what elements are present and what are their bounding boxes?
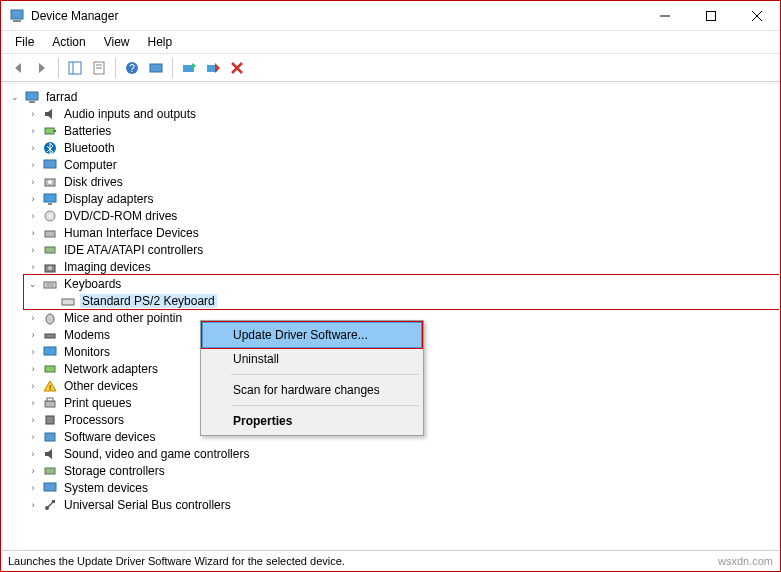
tree-node-sound[interactable]: ›Sound, video and game controllers xyxy=(24,445,779,462)
disable-button[interactable] xyxy=(226,57,248,79)
expand-icon[interactable]: › xyxy=(26,447,40,461)
expand-icon[interactable]: › xyxy=(26,226,40,240)
expand-icon[interactable]: › xyxy=(26,345,40,359)
tree-node-ide[interactable]: ›IDE ATA/ATAPI controllers xyxy=(24,241,779,258)
ide-icon xyxy=(42,242,58,258)
svg-rect-57 xyxy=(52,500,55,503)
scan-hardware-button[interactable] xyxy=(145,57,167,79)
expand-icon[interactable]: › xyxy=(26,243,40,257)
expand-icon[interactable]: › xyxy=(26,413,40,427)
node-label: Software devices xyxy=(62,430,157,444)
expand-icon[interactable]: › xyxy=(26,107,40,121)
svg-rect-44 xyxy=(45,334,55,338)
toolbar-separator xyxy=(172,58,173,78)
expand-icon[interactable]: › xyxy=(26,311,40,325)
sound-icon xyxy=(42,446,58,462)
svg-rect-28 xyxy=(44,160,56,168)
warning-icon: ! xyxy=(42,378,58,394)
collapse-icon[interactable]: ⌄ xyxy=(26,277,40,291)
svg-rect-1 xyxy=(13,20,21,22)
node-label: Display adapters xyxy=(62,192,155,206)
menu-action[interactable]: Action xyxy=(44,33,93,51)
node-label: DVD/CD-ROM drives xyxy=(62,209,179,223)
show-hide-console-button[interactable] xyxy=(64,57,86,79)
expand-icon[interactable]: › xyxy=(26,192,40,206)
tree-node-system[interactable]: ›System devices xyxy=(24,479,779,496)
help-button[interactable]: ? xyxy=(121,57,143,79)
svg-point-38 xyxy=(48,266,52,270)
expand-icon[interactable]: › xyxy=(26,362,40,376)
expand-icon[interactable]: › xyxy=(26,260,40,274)
expand-icon[interactable]: › xyxy=(26,158,40,172)
tree-node-audio[interactable]: ›Audio inputs and outputs xyxy=(24,105,779,122)
node-label: Processors xyxy=(62,413,126,427)
node-label: Network adapters xyxy=(62,362,160,376)
ctx-update-driver[interactable]: Update Driver Software... xyxy=(202,322,422,348)
node-label: Human Interface Devices xyxy=(62,226,201,240)
expand-icon[interactable]: › xyxy=(26,175,40,189)
expand-icon[interactable]: › xyxy=(26,124,40,138)
expand-icon[interactable]: › xyxy=(26,396,40,410)
tree-node-display[interactable]: ›Display adapters xyxy=(24,190,779,207)
svg-rect-49 xyxy=(45,401,55,407)
maximize-button[interactable] xyxy=(688,1,734,31)
monitor-icon xyxy=(42,344,58,360)
context-menu: Update Driver Software... Uninstall Scan… xyxy=(200,320,424,436)
svg-rect-32 xyxy=(48,203,52,205)
properties-button[interactable] xyxy=(88,57,110,79)
expand-icon[interactable]: › xyxy=(26,141,40,155)
close-button[interactable] xyxy=(734,1,780,31)
svg-rect-46 xyxy=(45,366,55,372)
caption-buttons xyxy=(642,1,780,31)
svg-point-30 xyxy=(48,180,52,184)
device-tree[interactable]: ⌄ farrad ›Audio inputs and outputs ›Batt… xyxy=(2,83,779,549)
menu-separator xyxy=(231,374,419,375)
tree-node-batteries[interactable]: ›Batteries xyxy=(24,122,779,139)
tree-node-keyboards[interactable]: ⌄Keyboards xyxy=(24,275,779,292)
tree-root[interactable]: ⌄ farrad xyxy=(6,88,779,105)
svg-rect-36 xyxy=(45,247,55,253)
back-button[interactable] xyxy=(7,57,29,79)
minimize-button[interactable] xyxy=(642,1,688,31)
tree-node-disk[interactable]: ›Disk drives xyxy=(24,173,779,190)
collapse-icon[interactable]: ⌄ xyxy=(8,90,22,104)
expand-icon[interactable]: › xyxy=(26,430,40,444)
tree-node-imaging[interactable]: ›Imaging devices xyxy=(24,258,779,275)
forward-button[interactable] xyxy=(31,57,53,79)
node-label: IDE ATA/ATAPI controllers xyxy=(62,243,205,257)
menu-file[interactable]: File xyxy=(7,33,42,51)
expand-icon[interactable]: › xyxy=(26,379,40,393)
svg-rect-52 xyxy=(45,433,55,441)
tree-node-hid[interactable]: ›Human Interface Devices xyxy=(24,224,779,241)
dvd-icon xyxy=(42,208,58,224)
expand-icon[interactable]: › xyxy=(26,209,40,223)
tree-item-standard-keyboard[interactable]: Standard PS/2 Keyboard xyxy=(42,292,779,309)
tree-node-usb[interactable]: ›Universal Serial Bus controllers xyxy=(24,496,779,513)
ctx-properties[interactable]: Properties xyxy=(203,409,421,433)
tree-node-storage[interactable]: ›Storage controllers xyxy=(24,462,779,479)
update-driver-button[interactable] xyxy=(178,57,200,79)
tree-node-dvd[interactable]: ›DVD/CD-ROM drives xyxy=(24,207,779,224)
svg-rect-50 xyxy=(47,398,53,401)
expand-icon[interactable]: › xyxy=(26,481,40,495)
tree-node-bluetooth[interactable]: ›Bluetooth xyxy=(24,139,779,156)
hid-icon xyxy=(42,225,58,241)
audio-icon xyxy=(42,106,58,122)
node-label: System devices xyxy=(62,481,150,495)
expand-icon[interactable]: › xyxy=(26,498,40,512)
svg-marker-7 xyxy=(39,63,45,73)
uninstall-button[interactable] xyxy=(202,57,224,79)
menu-help[interactable]: Help xyxy=(140,33,181,51)
expand-icon[interactable]: › xyxy=(26,464,40,478)
svg-point-34 xyxy=(49,214,52,217)
ctx-scan-hardware[interactable]: Scan for hardware changes xyxy=(203,378,421,402)
svg-rect-3 xyxy=(707,11,716,20)
menu-view[interactable]: View xyxy=(96,33,138,51)
svg-marker-53 xyxy=(45,449,52,459)
software-icon xyxy=(42,429,58,445)
ctx-uninstall[interactable]: Uninstall xyxy=(203,347,421,371)
node-label: Modems xyxy=(62,328,112,342)
tree-node-computer[interactable]: ›Computer xyxy=(24,156,779,173)
app-icon xyxy=(9,8,25,24)
expand-icon[interactable]: › xyxy=(26,328,40,342)
